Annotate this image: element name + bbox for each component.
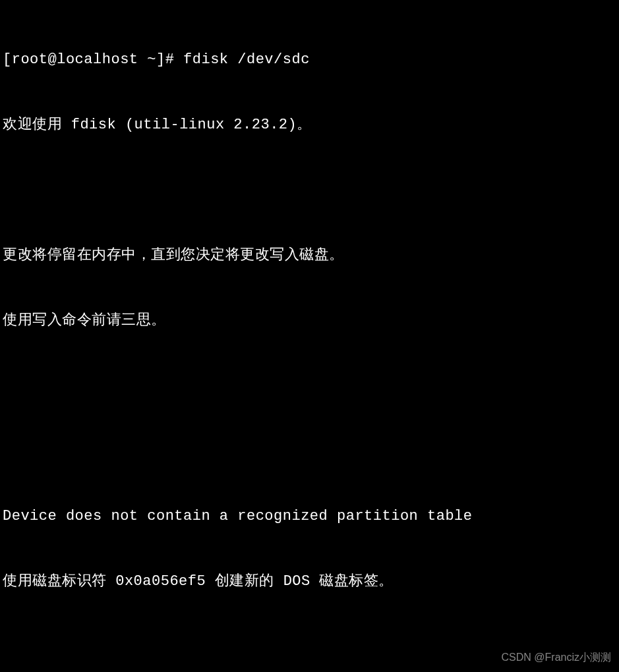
blank-line xyxy=(3,440,616,462)
notice-line-1: 更改将停留在内存中，直到您决定将更改写入磁盘。 xyxy=(3,244,616,266)
notice-line-2: 使用写入命令前请三思。 xyxy=(3,310,616,331)
welcome-line: 欢迎使用 fdisk (util-linux 2.23.2)。 xyxy=(3,114,616,136)
device-message: Device does not contain a recognized par… xyxy=(3,505,616,527)
prompt-command: fdisk /dev/sdc xyxy=(183,51,310,68)
shell-prompt-line: [root@localhost ~]# fdisk /dev/sdc xyxy=(3,49,616,70)
terminal-output[interactable]: [root@localhost ~]# fdisk /dev/sdc 欢迎使用 … xyxy=(3,5,616,672)
prompt-user-host: [root@localhost ~]# xyxy=(3,51,174,68)
blank-line xyxy=(3,179,616,201)
label-message: 使用磁盘标识符 0x0a056ef5 创建新的 DOS 磁盘标签。 xyxy=(3,571,616,592)
watermark-text: CSDN @Franciz小测测 xyxy=(502,650,611,665)
blank-line xyxy=(3,375,616,397)
